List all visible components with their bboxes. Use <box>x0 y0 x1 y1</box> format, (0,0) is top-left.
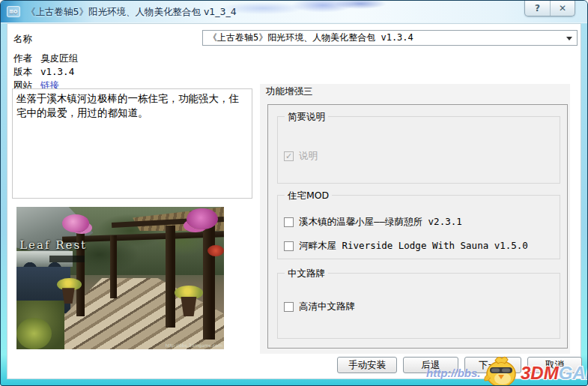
help-button[interactable]: ? <box>525 1 550 16</box>
mod-name-value: 《上古卷轴5》阳光环境、人物美化整合包 v1.3.4 <box>208 31 413 44</box>
photo-wood-post <box>166 226 175 328</box>
version-value: v1.3.4 <box>40 66 74 77</box>
close-button[interactable]: ✕ <box>550 1 575 16</box>
titlebar[interactable]: mo 《上古卷轴5》阳光环境、人物美化整合包 v1_3_4 ? ✕ <box>1 1 587 23</box>
logo-3dm-text: 3DM <box>521 363 559 383</box>
group-chinese-signs: 中文路牌 高清中文路牌 <box>277 273 560 339</box>
option-hd-chinese-signs[interactable]: 高清中文路牌 <box>284 301 355 313</box>
checkbox-icon[interactable] <box>284 217 294 227</box>
group-label: 简要说明 <box>285 111 328 124</box>
photo-watermark-text: http://bbs.3dmgame.com <box>166 343 222 348</box>
mod-organizer-icon: mo <box>7 6 20 17</box>
mod-screenshot-image[interactable]: Leaf Rest http://bbs.3dmgame.com <box>16 207 224 349</box>
group-house-mod: 住宅MOD 溪木镇的温馨小屋——绿荫憩所 v2.3.1 河畔木屋 Riversi… <box>277 195 560 259</box>
3dmgame-logo: 3DMGAME <box>521 363 588 384</box>
photo-version-badge <box>49 256 85 263</box>
option-label: 河畔木屋 Riverside Lodge With Sauna v1.5.0 <box>299 240 528 253</box>
checkbox-checked-icon[interactable] <box>284 151 294 161</box>
photo-bush <box>16 318 52 349</box>
photo-wood-post <box>203 223 214 340</box>
installer-window: mo 《上古卷轴5》阳光环境、人物美化整合包 v1_3_4 ? ✕ 名称 《上古… <box>0 0 588 386</box>
step-title: 功能增强三 <box>266 85 313 98</box>
watermark-url-text: http://bbs. <box>426 367 480 379</box>
option-shuoming[interactable]: 说明 <box>284 150 318 163</box>
group-label: 中文路牌 <box>285 268 328 280</box>
option-label: 说明 <box>299 150 318 163</box>
photo-magenta-flowers <box>187 208 218 230</box>
version-label: 版本 <box>13 66 32 79</box>
photo-title-text: Leaf Rest <box>19 238 87 252</box>
group-brief-description: 简要说明 说明 <box>277 116 560 184</box>
option-label: 高清中文路牌 <box>299 301 355 313</box>
dialog-client-area: 名称 《上古卷轴5》阳光环境、人物美化整合包 v1.3.4 作者 臭皮匠组 版本… <box>7 23 581 379</box>
option-label: 溪木镇的温馨小屋——绿荫憩所 v2.3.1 <box>299 216 462 229</box>
checkbox-icon[interactable] <box>284 302 294 312</box>
caption-buttons: ? ✕ <box>524 1 575 16</box>
chevron-down-icon <box>566 37 572 40</box>
3dm-chick-mascot-icon <box>480 355 522 386</box>
options-container: 简要说明 说明 住宅MOD 溪木镇的温馨小屋——绿荫憩所 v2.3.1 河畔木屋 <box>267 104 568 349</box>
manual-install-button[interactable]: 手动安装 <box>337 357 397 373</box>
mod-description: 坐落于溪木镇河边极棒的一栋住宅，功能强大，住宅中的最爱，用过的都知道。 <box>12 88 252 199</box>
group-label: 住宅MOD <box>285 190 332 202</box>
options-panel: 功能增强三 简要说明 说明 住宅MOD 溪木镇的温馨小屋——绿荫憩所 v2.3.… <box>260 84 570 354</box>
window-title: 《上古卷轴5》阳光环境、人物美化整合包 v1_3_4 <box>26 6 237 19</box>
author-value: 臭皮匠组 <box>40 52 78 65</box>
logo-game-text: GAME <box>559 363 588 383</box>
author-label: 作者 <box>13 52 32 65</box>
photo-pink-flowers <box>62 214 89 233</box>
mod-name-dropdown[interactable]: 《上古卷轴5》阳光环境、人物美化整合包 v1.3.4 <box>202 30 578 46</box>
option-riverside-lodge[interactable]: 河畔木屋 Riverside Lodge With Sauna v1.5.0 <box>284 240 528 253</box>
photo-wood-post <box>110 235 117 298</box>
name-label: 名称 <box>13 33 32 46</box>
checkbox-icon[interactable] <box>284 241 294 251</box>
option-riverwood-cottage[interactable]: 溪木镇的温馨小屋——绿荫憩所 v2.3.1 <box>284 216 462 229</box>
